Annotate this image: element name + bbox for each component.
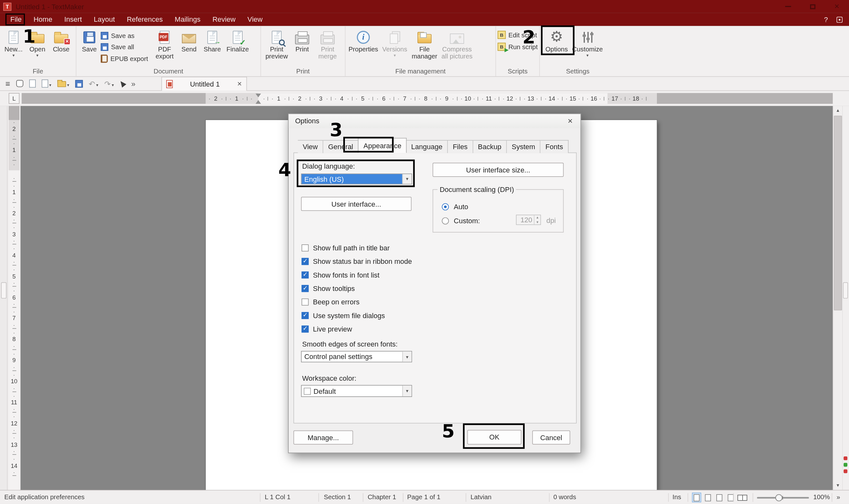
zoom-slider-track[interactable]	[757, 497, 809, 499]
manage-button[interactable]: Manage...	[293, 431, 353, 445]
save-quick-icon[interactable]	[75, 80, 83, 88]
status-overflow-icon[interactable]: »	[836, 491, 840, 504]
dialog-tab[interactable]: System	[507, 140, 540, 153]
new-document-quick-icon[interactable]	[41, 79, 51, 88]
zoom-level[interactable]: 100%	[813, 491, 830, 504]
ribbon-tab[interactable]: Home	[28, 13, 58, 26]
pin-ribbon-icon[interactable]	[836, 17, 843, 23]
zoom-slider-handle[interactable]	[776, 494, 782, 501]
open-quick-icon[interactable]	[57, 79, 69, 88]
checkbox-box[interactable]	[302, 298, 309, 305]
send-button[interactable]: Send	[178, 28, 201, 53]
checkbox-row[interactable]: Beep on errors	[302, 298, 412, 306]
checkbox-box[interactable]	[302, 325, 309, 332]
pan-hand-icon[interactable]	[16, 80, 23, 87]
view-outline-button[interactable]	[715, 492, 724, 502]
vertical-scrollbar[interactable]	[833, 106, 842, 490]
scaling-custom-radio[interactable]: Custom:	[442, 216, 480, 225]
chapter-indicator[interactable]: Chapter 1	[368, 491, 396, 504]
dialog-tab[interactable]: View	[298, 140, 324, 153]
dialog-close-button[interactable]: ✕	[563, 115, 577, 126]
ribbon-tab[interactable]: Review	[207, 13, 241, 26]
ribbon-tab[interactable]: File	[4, 13, 28, 26]
dialog-tab[interactable]: Backup	[473, 140, 507, 153]
properties-button[interactable]: Properties	[347, 28, 380, 53]
dialog-tab[interactable]: Language	[406, 140, 448, 153]
share-button[interactable]: Share	[201, 28, 224, 53]
right-sidebar-handle[interactable]	[843, 282, 848, 299]
checkbox-row[interactable]: Show fonts in font list	[302, 271, 412, 278]
checkbox-box[interactable]	[302, 312, 309, 319]
checkbox-box[interactable]	[302, 271, 309, 278]
left-indent-marker[interactable]	[256, 100, 261, 104]
checkbox-box[interactable]	[302, 258, 309, 265]
checkbox-row[interactable]: Show status bar in ribbon mode	[302, 257, 412, 265]
toolbar-overflow-icon[interactable]	[131, 79, 135, 88]
tab-stop-selector[interactable]: L	[8, 93, 19, 104]
chevron-down-icon[interactable]	[402, 352, 412, 362]
dialog-tab[interactable]: Files	[448, 140, 473, 153]
file-manager-button[interactable]: File manager	[410, 28, 439, 60]
help-icon[interactable]: ?	[824, 15, 828, 23]
save-as-button[interactable]: Save as	[101, 32, 152, 40]
save-all-button[interactable]: Save all	[101, 43, 152, 51]
maximize-button[interactable]	[800, 0, 825, 13]
line-col-indicator[interactable]: L 1 Col 1	[265, 491, 291, 504]
customize-button[interactable]: Customize	[572, 28, 603, 57]
ok-button[interactable]: OK	[467, 430, 521, 445]
checkbox-box[interactable]	[302, 285, 309, 292]
print-button[interactable]: Print	[291, 28, 314, 53]
finalize-button[interactable]: Finalize	[224, 28, 251, 53]
sidebar-handle[interactable]	[1, 282, 6, 299]
section-indicator[interactable]: Section 1	[324, 491, 351, 504]
view-normal-button[interactable]	[692, 492, 701, 502]
epub-export-button[interactable]: EPUB export	[101, 55, 152, 62]
dialog-tab[interactable]: Fonts	[540, 140, 568, 153]
chevron-down-icon[interactable]	[402, 385, 412, 396]
scaling-auto-radio[interactable]: Auto	[442, 202, 468, 211]
insert-mode-indicator[interactable]: Ins	[673, 491, 681, 504]
nav-marker-green[interactable]	[844, 463, 847, 467]
chevron-down-icon[interactable]	[402, 174, 412, 184]
nav-marker-red[interactable]	[844, 456, 847, 460]
sidebar-icon[interactable]	[29, 79, 35, 88]
dialog-tab[interactable]: General	[323, 140, 359, 153]
close-document-button[interactable]: Close	[49, 28, 73, 53]
dialog-tab[interactable]: Appearance	[358, 138, 407, 153]
new-button[interactable]: New...	[2, 28, 25, 57]
language-indicator[interactable]: Latvian	[470, 491, 492, 504]
radio-unselected-icon[interactable]	[442, 217, 449, 224]
radio-selected-icon[interactable]	[442, 203, 449, 210]
view-master-button[interactable]	[703, 492, 712, 502]
pdf-export-button[interactable]: PDF export	[152, 28, 177, 60]
ribbon-tab[interactable]: Layout	[88, 13, 121, 26]
first-line-indent-marker[interactable]	[256, 94, 261, 97]
ribbon-tab[interactable]: View	[241, 13, 268, 26]
select-pointer-icon[interactable]	[120, 80, 125, 87]
menu-icon[interactable]	[5, 79, 10, 88]
checkbox-row[interactable]: Show full path in title bar	[302, 244, 412, 252]
scroll-down-icon[interactable]	[833, 481, 843, 490]
checkbox-box[interactable]	[302, 244, 309, 251]
user-interface-size-button[interactable]: User interface size...	[433, 163, 564, 177]
checkbox-row[interactable]: Show tooltips	[302, 285, 412, 292]
word-count[interactable]: 0 words	[553, 491, 576, 504]
save-button[interactable]: Save	[78, 28, 101, 53]
book-view-icon[interactable]	[738, 495, 747, 501]
ribbon-tab[interactable]: Mailings	[169, 13, 207, 26]
dialog-language-select[interactable]: English (US)	[301, 174, 412, 184]
document-tab[interactable]: Untitled 1 ✕	[161, 77, 247, 91]
cancel-button[interactable]: Cancel	[532, 431, 570, 445]
page-indicator[interactable]: Page 1 of 1	[407, 491, 440, 504]
workspace-color-select[interactable]: Default	[301, 385, 412, 397]
close-button[interactable]: ✕	[825, 0, 849, 13]
view-fullscreen-button[interactable]	[726, 492, 735, 502]
options-button[interactable]: Options	[541, 28, 572, 53]
scrollbar-thumb[interactable]	[834, 115, 842, 310]
ribbon-tab[interactable]: References	[121, 13, 169, 26]
minimize-button[interactable]	[776, 0, 800, 13]
nav-marker-red[interactable]	[844, 469, 847, 473]
checkbox-row[interactable]: Use system file dialogs	[302, 311, 412, 319]
checkbox-row[interactable]: Live preview	[302, 325, 412, 333]
tab-close-icon[interactable]: ✕	[237, 80, 242, 88]
